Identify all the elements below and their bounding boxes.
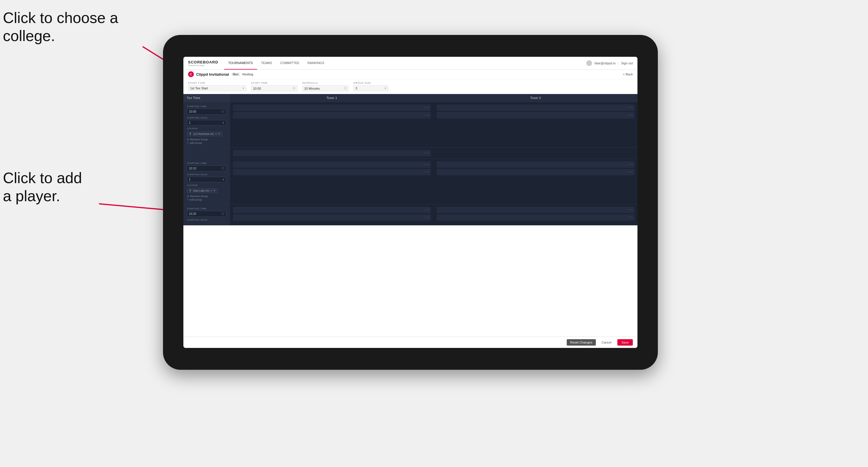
course-remove-2[interactable]: × xyxy=(211,189,212,192)
back-button[interactable]: < Back xyxy=(623,72,633,76)
info-icon: ⓘ xyxy=(293,87,296,90)
player-row-4-2[interactable]: × ✎ xyxy=(437,169,634,175)
player-x-icon-11[interactable]: × xyxy=(628,209,629,211)
tee-right-team1-3: × ✎ × ✎ xyxy=(230,205,434,225)
sign-out-link[interactable]: Sign out xyxy=(621,61,633,65)
nav-teams[interactable]: TEAMS xyxy=(257,57,276,70)
nav-rankings[interactable]: RANKINGS xyxy=(304,57,328,70)
th-tee-time: Tee Time xyxy=(183,94,230,102)
tee-group-2: STARTING TIME: 10:10 ⓘ STARTING HOLE: 1 … xyxy=(183,159,638,205)
player-edit-icon-12[interactable]: ✎ xyxy=(630,216,633,219)
player-edit-icon-4[interactable]: ✎ xyxy=(630,114,633,117)
player-row-1-1[interactable]: × ✎ xyxy=(233,104,431,111)
starting-time-label-1: STARTING TIME: xyxy=(187,105,226,108)
annotation-player: Click to adda player. xyxy=(3,169,82,205)
starting-hole-input-1[interactable]: 1 ▾ xyxy=(187,120,226,125)
starting-time-label-3: STARTING TIME: xyxy=(187,207,226,210)
player-edit-icon-10[interactable]: ✎ xyxy=(427,216,429,219)
tee-left-2: STARTING TIME: 10:10 ⓘ STARTING HOLE: 1 … xyxy=(183,159,230,204)
player-row-5-2[interactable]: × ✎ xyxy=(233,214,431,221)
tablet-frame: SCOREBOARD Powered by clippd TOURNAMENTS… xyxy=(163,35,658,370)
sub-header: C Clippd Invitational Men Hosting < Back xyxy=(183,70,638,79)
player-x-icon-12[interactable]: × xyxy=(628,216,629,219)
starting-time-input-2[interactable]: 10:10 ⓘ xyxy=(187,165,226,172)
save-button[interactable]: Save xyxy=(617,339,633,346)
player-row-1-2[interactable]: × ✎ xyxy=(233,112,431,119)
add-group-2[interactable]: + Add Group xyxy=(187,198,226,201)
player-x-icon[interactable]: × xyxy=(424,106,426,109)
start-type-group: Start Type 1st Tee Start ▾ xyxy=(188,82,246,91)
player-edit-icon-8[interactable]: ✎ xyxy=(630,170,633,174)
hole-chevron-2: ▾ xyxy=(223,178,224,181)
player-row-2-1[interactable]: × ✎ xyxy=(437,104,634,111)
time-info-icon-1: ⓘ xyxy=(221,110,224,114)
group-size-select[interactable]: 3 ▾ xyxy=(353,85,388,91)
intervals-label: Intervals xyxy=(302,82,349,85)
time-info-icon-3: ⓘ xyxy=(221,212,224,216)
player-x-icon-4[interactable]: × xyxy=(628,114,629,117)
starting-time-input-3[interactable]: 10:20 ⓘ xyxy=(187,211,226,217)
start-time-label: Start Time xyxy=(251,82,298,85)
player-x-icon-2[interactable]: × xyxy=(424,114,426,117)
course-edit-icon-1[interactable]: ✎ xyxy=(427,152,429,155)
nav-links: TOURNAMENTS TEAMS COMMITTEE RANKINGS xyxy=(224,57,587,70)
course-x-icon-1[interactable]: × xyxy=(424,152,426,155)
chevron-down-icon: ▾ xyxy=(243,87,244,90)
tee-right-team2-3: × ✎ × ✎ xyxy=(434,205,638,225)
scroll-content[interactable]: STARTING TIME: 10:00 ⓘ STARTING HOLE: 1 … xyxy=(183,102,638,341)
time-info-icon-2: ⓘ xyxy=(221,166,224,170)
starting-time-input-1[interactable]: 10:00 ⓘ xyxy=(187,108,226,115)
remove-group-2[interactable]: ⊖ Remove Group xyxy=(187,195,226,198)
tee-group-3: STARTING TIME: 10:20 ⓘ STARTING HOLE: × … xyxy=(183,205,638,225)
player-row-3-2[interactable]: × ✎ xyxy=(233,169,431,175)
course-edit-2[interactable]: ✎ xyxy=(213,189,216,192)
course-player-row-1[interactable]: × ✎ xyxy=(233,150,431,156)
course-remove-1[interactable]: × xyxy=(215,132,217,135)
player-row-6-1[interactable]: × ✎ xyxy=(437,207,634,213)
course-label-2: COURSE: xyxy=(187,184,226,187)
hosting-badge: Hosting xyxy=(243,73,253,76)
player-edit-icon-6[interactable]: ✎ xyxy=(427,170,429,174)
course-label-1: COURSE: xyxy=(187,127,226,130)
player-edit-icon-5[interactable]: ✎ xyxy=(427,163,429,166)
player-row-2-2[interactable]: × ✎ xyxy=(437,112,634,119)
player-edit-icon-7[interactable]: ✎ xyxy=(630,163,633,166)
course-edit-1[interactable]: ✎ xyxy=(218,132,220,135)
player-row-5-1[interactable]: × ✎ xyxy=(233,207,431,213)
reset-button[interactable]: Reset Changes xyxy=(567,339,596,346)
player-row-4-1[interactable]: × ✎ xyxy=(437,161,634,168)
intervals-select[interactable]: 10 Minutes ⓘ xyxy=(302,85,349,91)
player-x-icon-5[interactable]: × xyxy=(424,163,426,166)
player-edit-icon-9[interactable]: ✎ xyxy=(427,209,429,211)
nav-committee[interactable]: COMMITTEE xyxy=(276,57,304,70)
starting-hole-input-2[interactable]: 1 ▾ xyxy=(187,177,226,182)
starting-hole-label-2: STARTING HOLE: xyxy=(187,173,226,176)
player-edit-icon[interactable]: ✎ xyxy=(427,106,429,109)
player-x-icon-10[interactable]: × xyxy=(424,216,426,219)
player-x-icon-9[interactable]: × xyxy=(424,209,426,211)
course-tag-2[interactable]: 🏌 East Lake GC × ✎ xyxy=(187,188,218,193)
start-type-select[interactable]: 1st Tee Start ▾ xyxy=(188,85,246,91)
chevron-down-icon-2: ▾ xyxy=(385,87,386,90)
player-row-6-2[interactable]: × ✎ xyxy=(437,214,634,221)
start-time-input[interactable]: 10:00 ⓘ xyxy=(251,85,298,91)
player-edit-icon-11[interactable]: ✎ xyxy=(630,209,633,211)
player-x-icon-3[interactable]: × xyxy=(628,106,629,109)
starting-time-label-2: STARTING TIME: xyxy=(187,162,226,164)
user-avatar xyxy=(586,60,592,66)
course-tag-1[interactable]: 🏌 (A) Peachtree GC × ✎ xyxy=(187,132,222,136)
nav-tournaments[interactable]: TOURNAMENTS xyxy=(224,57,257,70)
hole-chevron-1: ▾ xyxy=(223,121,224,124)
player-x-icon-8[interactable]: × xyxy=(628,170,629,174)
player-edit-icon-3[interactable]: ✎ xyxy=(630,106,633,109)
remove-group-1[interactable]: ⊖ Remove Group xyxy=(187,138,226,141)
player-x-icon-6[interactable]: × xyxy=(424,170,426,174)
cancel-button[interactable]: Cancel xyxy=(598,339,615,346)
player-x-icon-7[interactable]: × xyxy=(628,163,629,166)
player-row-3-1[interactable]: × ✎ xyxy=(233,161,431,168)
nav-right: blair@clippd.io | Sign out xyxy=(586,60,633,66)
player-edit-icon-2[interactable]: ✎ xyxy=(427,114,429,117)
add-group-1[interactable]: + Add Group xyxy=(187,142,226,145)
tablet-screen: SCOREBOARD Powered by clippd TOURNAMENTS… xyxy=(183,57,638,348)
th-team2: Team 2 xyxy=(434,94,638,102)
